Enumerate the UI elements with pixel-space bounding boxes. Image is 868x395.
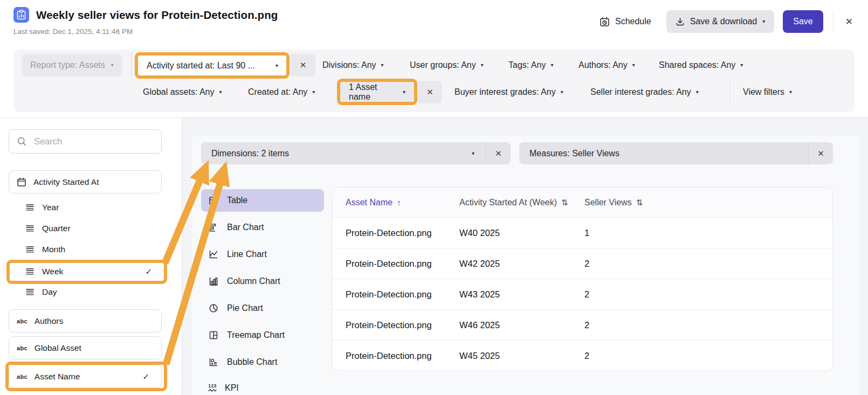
save-download-button[interactable]: Save & download ▾ — [666, 10, 775, 33]
filter-asset-name[interactable]: 1 Asset name ▾ — [340, 82, 414, 102]
chevron-down-icon: ▾ — [472, 151, 474, 156]
search-input-container — [9, 129, 162, 154]
filter-buyer-interest-grades[interactable]: Buyer interest grades: Any▾ — [454, 81, 563, 103]
field-global-asset[interactable]: abc Global Asset — [9, 336, 162, 359]
filter-user-groups[interactable]: User groups: Any▾ — [410, 54, 484, 77]
abc-icon: abc — [17, 373, 27, 380]
filter-authors[interactable]: Authors: Any▾ — [578, 54, 635, 77]
column-header-seller-views[interactable]: Seller Views ⇅ — [584, 198, 819, 207]
filter-panel: Report type: Assets ▾ Activity started a… — [13, 50, 855, 112]
chart-type-line[interactable]: Line Chart — [201, 243, 324, 266]
bar-chart-icon — [208, 222, 219, 233]
table-row[interactable]: Protein-Detection.png W45 2025 2 — [332, 341, 832, 371]
table-row[interactable]: Protein-Detection.png W42 2025 2 — [332, 248, 832, 279]
download-icon — [676, 17, 685, 26]
chevron-down-icon: ▾ — [789, 89, 792, 95]
sidebar-item-year[interactable]: Year — [16, 197, 165, 218]
chevron-down-icon: ▾ — [740, 63, 743, 68]
remove-asset-name-filter-button[interactable]: ✕ — [418, 81, 442, 103]
column-header-activity-week[interactable]: Activity Started At (Week) ⇅ — [459, 198, 584, 207]
chart-type-column[interactable]: Column Chart — [201, 270, 324, 293]
treemap-chart-icon — [208, 330, 219, 341]
check-icon: ✓ — [142, 372, 149, 382]
sort-icon: ⇅ — [636, 198, 643, 207]
save-button[interactable]: Save — [783, 10, 823, 33]
sidebar-item-quarter[interactable]: Quarter — [16, 218, 165, 239]
chevron-down-icon: ▾ — [561, 89, 563, 95]
chevron-down-icon: ▾ — [481, 63, 484, 68]
last-saved-timestamp: Last saved: Dec 1, 2025, 4:11:46 PM — [13, 27, 133, 36]
divider — [833, 10, 833, 33]
dimensions-dropdown[interactable]: Dimensions: 2 items ▾ ✕ — [201, 142, 511, 164]
chevron-down-icon: ▾ — [219, 89, 222, 95]
filter-report-type[interactable]: Report type: Assets ▾ — [22, 54, 122, 77]
abc-icon: abc — [17, 345, 27, 351]
abc-icon: abc — [17, 318, 27, 324]
line-chart-icon — [208, 249, 219, 260]
filter-shared-spaces[interactable]: Shared spaces: Any▾ — [659, 54, 743, 77]
calendar-icon — [17, 177, 26, 187]
chart-type-table[interactable]: Table — [201, 189, 324, 212]
pie-chart-icon — [208, 303, 219, 314]
table-icon — [208, 195, 219, 206]
list-lines-icon — [26, 225, 34, 232]
measures-dropdown[interactable]: Measures: Seller Views ✕ — [519, 142, 833, 164]
list-lines-icon — [26, 204, 34, 211]
table-row[interactable]: Protein-Detection.png W46 2025 2 — [332, 310, 832, 341]
sort-icon: ⇅ — [561, 198, 568, 207]
filter-tags[interactable]: Tags: Any▾ — [508, 54, 553, 77]
chevron-down-icon: ▾ — [312, 89, 315, 95]
chevron-down-icon: ▾ — [632, 63, 635, 68]
chevron-down-icon: ▾ — [550, 63, 553, 68]
field-asset-name[interactable]: abc Asset Name ✓ — [9, 365, 162, 388]
divider — [729, 80, 730, 104]
table-row[interactable]: Protein-Detection.png W43 2025 2 — [332, 279, 832, 310]
chart-type-pie[interactable]: Pie Chart — [201, 297, 324, 320]
filter-seller-interest-grades[interactable]: Seller interest grades: Any▾ — [590, 81, 699, 103]
sort-ascending-icon: ↑ — [397, 198, 401, 207]
table-header-row: Asset Name ↑ Activity Started At (Week) … — [332, 188, 832, 218]
chevron-down-icon: ▾ — [111, 63, 114, 68]
measures-remove-button[interactable]: ✕ — [809, 149, 833, 158]
report-builder-window: Weekly seller views for Protein-Detectio… — [0, 0, 868, 395]
list-lines-icon — [26, 246, 34, 253]
remove-activity-filter-button[interactable]: ✕ — [291, 54, 315, 77]
dimensions-remove-button[interactable]: ✕ — [486, 149, 511, 158]
results-table: Asset Name ↑ Activity Started At (Week) … — [332, 187, 833, 371]
sidebar-item-day[interactable]: Day — [16, 282, 165, 302]
filter-activity-started-at[interactable]: Activity started at: Last 90 ... ▾ — [138, 56, 287, 75]
sidebar-item-week[interactable]: Week ✓ — [16, 261, 165, 282]
column-chart-icon — [208, 276, 219, 287]
filter-divisions[interactable]: Divisions: Any▾ — [322, 54, 384, 77]
bubble-chart-icon — [208, 357, 219, 368]
close-icon[interactable]: ✕ — [839, 16, 859, 27]
chevron-down-icon: ▾ — [762, 19, 765, 24]
column-header-asset-name[interactable]: Asset Name ↑ — [346, 198, 459, 207]
chevron-down-icon: ▾ — [403, 89, 405, 95]
filter-global-assets[interactable]: Global assets: Any▾ — [143, 81, 222, 103]
field-activity-started-at[interactable]: Activity Started At — [9, 170, 162, 193]
sidebar-item-month[interactable]: Month — [16, 239, 165, 260]
table-row[interactable]: Protein-Detection.png W40 2025 1 — [332, 218, 832, 248]
chart-type-kpi[interactable]: 123 KPI — [201, 377, 324, 395]
schedule-icon — [600, 17, 610, 27]
list-lines-icon — [26, 268, 34, 275]
search-input[interactable] — [34, 136, 142, 147]
chart-type-bubble[interactable]: Bubble Chart — [201, 351, 324, 373]
list-lines-icon — [26, 288, 34, 296]
fields-sidebar: Activity Started At Year Quarter Month W… — [0, 118, 182, 395]
chevron-down-icon: ▾ — [381, 63, 384, 68]
kpi-icon: 123 — [208, 384, 217, 392]
check-icon: ✓ — [145, 267, 152, 276]
view-filters-dropdown[interactable]: View filters▾ — [743, 81, 792, 103]
filter-created-at[interactable]: Created at: Any▾ — [248, 81, 315, 103]
chevron-down-icon: ▾ — [275, 63, 278, 68]
divider — [131, 53, 132, 77]
page-title: Weekly seller views for Protein-Detectio… — [36, 9, 278, 22]
search-icon — [17, 136, 27, 147]
chevron-down-icon: ▾ — [696, 89, 699, 95]
chart-type-bar[interactable]: Bar Chart — [201, 216, 324, 239]
field-authors[interactable]: abc Authors — [9, 309, 162, 332]
chart-type-treemap[interactable]: Treemap Chart — [201, 324, 324, 347]
schedule-button[interactable]: Schedule — [593, 10, 658, 33]
